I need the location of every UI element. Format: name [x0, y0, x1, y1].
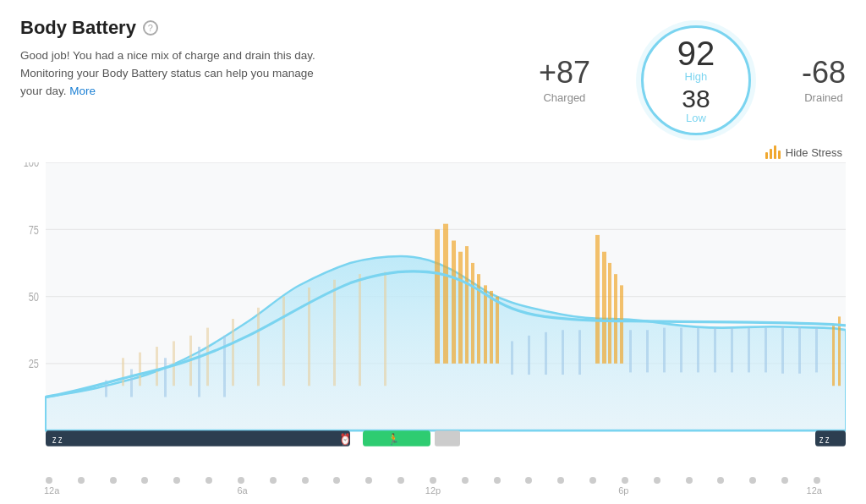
- timeline-dot[interactable]: [141, 477, 148, 484]
- help-icon[interactable]: ?: [143, 20, 158, 36]
- timeline-dot[interactable]: [110, 477, 117, 484]
- timeline-dot[interactable]: [302, 477, 309, 484]
- svg-rect-42: [223, 336, 226, 397]
- svg-rect-19: [496, 297, 499, 364]
- low-label: Low: [686, 112, 706, 124]
- timeline-dot[interactable]: [78, 477, 85, 484]
- svg-rect-22: [608, 263, 611, 364]
- svg-rect-39: [130, 369, 133, 397]
- timeline-dot[interactable]: [589, 477, 596, 484]
- time-label-6a: 6a: [237, 485, 247, 496]
- time-label-12a: 12a: [44, 485, 59, 496]
- svg-rect-20: [595, 235, 600, 364]
- svg-rect-28: [173, 341, 175, 386]
- charged-label: Charged: [539, 91, 590, 104]
- svg-rect-32: [257, 308, 260, 386]
- drained-label: Drained: [802, 91, 846, 104]
- svg-rect-17: [484, 285, 487, 364]
- svg-text:25: 25: [29, 357, 39, 371]
- time-label-6p: 6p: [618, 485, 628, 496]
- svg-rect-48: [629, 330, 632, 372]
- charged-number: +87: [539, 58, 590, 88]
- timeline-dot[interactable]: [749, 477, 756, 484]
- svg-rect-30: [206, 328, 209, 386]
- svg-text:z z: z z: [52, 433, 62, 445]
- svg-rect-58: [798, 326, 801, 374]
- svg-text:75: 75: [29, 222, 39, 237]
- svg-rect-50: [663, 328, 666, 373]
- more-link[interactable]: More: [69, 85, 96, 97]
- svg-text:z z: z z: [819, 433, 829, 445]
- svg-rect-59: [815, 328, 818, 373]
- timeline-dot[interactable]: [781, 477, 788, 484]
- svg-text:50: 50: [29, 289, 39, 304]
- timeline-dot[interactable]: [686, 477, 693, 484]
- svg-rect-13: [458, 252, 463, 364]
- svg-rect-15: [471, 263, 474, 364]
- timeline-dot[interactable]: [333, 477, 340, 484]
- stress-toggle-label: Hide Stress: [786, 146, 842, 159]
- svg-rect-10: [435, 229, 440, 364]
- svg-rect-60: [832, 325, 835, 386]
- timeline-dot[interactable]: [462, 477, 469, 484]
- timeline-dot[interactable]: [622, 477, 628, 484]
- drained-number: -68: [802, 58, 846, 88]
- svg-rect-52: [697, 328, 699, 373]
- timeline-dot[interactable]: [430, 477, 436, 484]
- svg-rect-31: [232, 319, 234, 386]
- svg-rect-47: [578, 330, 581, 375]
- time-label-12a-end: 12a: [807, 485, 822, 496]
- time-labels: 12a 6a 12p 6p 12a: [20, 484, 846, 496]
- description-text: Good job! You had a nice mix of charge a…: [20, 47, 333, 101]
- svg-rect-54: [731, 328, 733, 373]
- timeline-dot[interactable]: [397, 477, 404, 484]
- timeline-dot[interactable]: [365, 477, 372, 484]
- svg-rect-57: [781, 326, 784, 374]
- svg-rect-12: [452, 241, 456, 364]
- svg-text:🏃: 🏃: [388, 432, 399, 446]
- drained-stat: -68 Drained: [802, 58, 846, 104]
- timeline-dot[interactable]: [238, 477, 244, 484]
- timeline-dot[interactable]: [557, 477, 564, 484]
- svg-rect-45: [545, 332, 547, 375]
- high-label: High: [685, 70, 708, 83]
- svg-rect-36: [359, 274, 361, 386]
- timeline-dot[interactable]: [525, 477, 532, 484]
- body-battery-chart: 100 75 50 25: [20, 162, 846, 475]
- svg-rect-62: [46, 430, 350, 446]
- svg-rect-49: [646, 330, 649, 372]
- svg-rect-11: [443, 224, 448, 364]
- svg-rect-21: [602, 252, 606, 364]
- timeline-dot[interactable]: [654, 477, 660, 484]
- charged-stat: +87 Charged: [539, 58, 590, 104]
- stress-bar-icon: [765, 145, 781, 159]
- stress-toggle-button[interactable]: Hide Stress: [765, 145, 842, 159]
- timeline-dot[interactable]: [494, 477, 501, 484]
- low-value: 38: [682, 86, 710, 112]
- page-title: Body Battery: [20, 17, 136, 39]
- svg-text:100: 100: [24, 162, 39, 170]
- svg-rect-40: [164, 358, 167, 397]
- svg-rect-25: [122, 358, 124, 386]
- timeline-dot[interactable]: [270, 477, 277, 484]
- svg-rect-56: [765, 328, 767, 373]
- svg-text:⏰: ⏰: [340, 432, 351, 446]
- timeline-dot[interactable]: [717, 477, 724, 484]
- svg-rect-27: [156, 347, 158, 386]
- svg-rect-35: [333, 280, 336, 386]
- timeline-dot[interactable]: [173, 477, 180, 484]
- svg-rect-41: [198, 347, 200, 397]
- svg-rect-14: [465, 246, 469, 364]
- timeline-dot[interactable]: [814, 477, 820, 484]
- dots-row: [20, 477, 846, 484]
- svg-rect-26: [139, 353, 141, 386]
- high-low-circle: 92 High 38 Low: [641, 25, 751, 135]
- timeline-dot[interactable]: [206, 477, 212, 484]
- stats-area: +87 Charged 92 High 38 Low -68 Drained: [539, 17, 846, 135]
- svg-rect-43: [511, 341, 513, 375]
- svg-rect-51: [680, 328, 682, 373]
- svg-rect-16: [477, 274, 480, 364]
- svg-rect-53: [714, 328, 716, 373]
- timeline-dot[interactable]: [46, 477, 52, 484]
- svg-rect-24: [620, 285, 623, 364]
